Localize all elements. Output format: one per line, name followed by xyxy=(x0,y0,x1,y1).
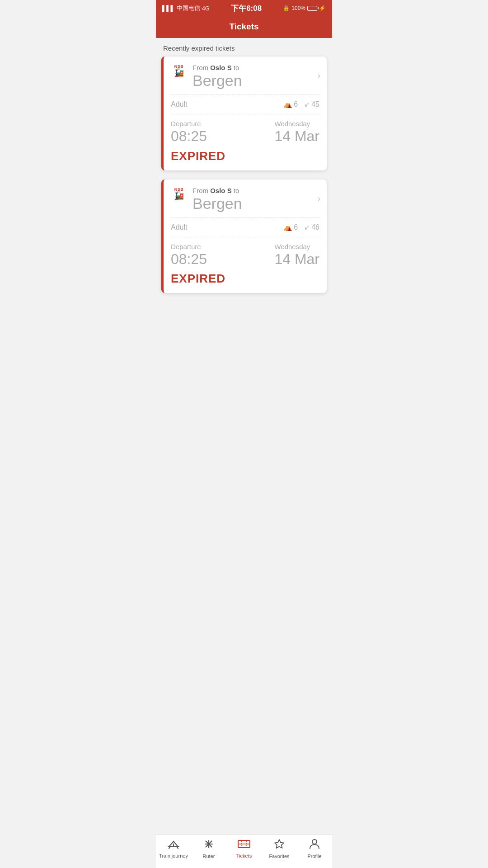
tickets-label: Tickets xyxy=(236,853,252,859)
date-col-2: Wednesday 14 Mar xyxy=(274,243,319,267)
favorites-label: Favorites xyxy=(269,854,289,859)
ticket-bottom-2: Departure 08:25 Wednesday 14 Mar EXPIRED xyxy=(164,237,327,293)
status-left: ▌▌▌ 中国电信 4G xyxy=(162,4,210,12)
departure-label-2: Departure xyxy=(171,243,207,250)
tickets-icon xyxy=(238,839,250,852)
dep-date-1: 14 Mar xyxy=(274,128,319,144)
chevron-right-icon-2: › xyxy=(318,193,320,203)
departure-col-2: Departure 08:25 xyxy=(171,243,207,267)
status-right: 🔒 100% ⚡ xyxy=(283,5,326,11)
seat-num-2a: 6 xyxy=(294,223,298,231)
departure-row-2: Departure 08:25 Wednesday 14 Mar xyxy=(171,243,319,267)
ticket-mid-2: Adult ⛺ 6 ↙ 46 xyxy=(164,218,327,237)
charging-icon: ⚡ xyxy=(319,5,326,11)
ticket-top-2: NSB 🚂 From Oslo S to Bergen › xyxy=(164,179,327,217)
svg-point-12 xyxy=(312,840,317,844)
battery-percent: 100% xyxy=(291,5,305,11)
ticket-top-1: NSB 🚂 From Oslo S to Bergen › xyxy=(164,57,327,94)
nsb-logo-1: NSB 🚂 xyxy=(171,65,187,77)
ticket-mid-1: Adult ⛺ 6 ↙ 45 xyxy=(164,95,327,114)
bottom-nav: Train journey Ruter Tickets xyxy=(156,835,332,868)
seat-item-1b: ↙ 45 xyxy=(304,100,319,108)
seat-icon-2b: ↙ xyxy=(304,223,310,231)
ruter-label: Ruter xyxy=(203,854,215,859)
seat-info-1: ⛺ 6 ↙ 45 xyxy=(284,100,319,108)
departure-time-2: 08:25 xyxy=(171,251,207,267)
nav-item-train-journey[interactable]: Train journey xyxy=(156,839,191,859)
day-label-1: Wednesday xyxy=(274,120,319,127)
nav-item-profile[interactable]: Profile xyxy=(297,839,332,859)
from-station-2: Oslo S xyxy=(210,187,232,194)
nav-item-ruter[interactable]: Ruter xyxy=(191,839,226,859)
favorites-icon xyxy=(274,839,285,852)
ticket-route-2: From Oslo S to Bergen xyxy=(192,187,319,212)
ticket-card-1[interactable]: NSB 🚂 From Oslo S to Bergen › Adult ⛺ 6 xyxy=(161,57,327,170)
seat-num-1b: 45 xyxy=(311,100,319,108)
expired-badge-1: EXPIRED xyxy=(171,149,319,163)
departure-label-1: Departure xyxy=(171,120,207,127)
destination-1: Bergen xyxy=(192,72,319,89)
departure-col-1: Departure 08:25 xyxy=(171,120,207,144)
nsb-train-icon-2: 🚂 xyxy=(174,192,184,200)
ticket-route-1: From Oslo S to Bergen xyxy=(192,64,319,89)
expired-badge-2: EXPIRED xyxy=(171,272,319,286)
passenger-type-2: Adult xyxy=(171,223,187,231)
seat-item-2a: ⛺ 6 xyxy=(284,223,298,231)
seat-icon-2a: ⛺ xyxy=(284,223,292,231)
from-station-1: Oslo S xyxy=(210,64,232,71)
section-label: Recently expired tickets xyxy=(156,38,332,57)
departure-time-1: 08:25 xyxy=(171,128,207,144)
seat-icon-1b: ↙ xyxy=(304,100,310,108)
train-journey-label: Train journey xyxy=(159,853,188,859)
day-label-2: Wednesday xyxy=(274,243,319,250)
nsb-logo-2: NSB 🚂 xyxy=(171,188,187,200)
seat-num-1a: 6 xyxy=(294,100,298,108)
signal-icon: ▌▌▌ xyxy=(162,5,175,12)
seat-item-2b: ↙ 46 xyxy=(304,223,319,231)
dep-date-2: 14 Mar xyxy=(274,251,319,267)
from-label-2: From Oslo S to xyxy=(192,187,319,194)
nav-item-tickets[interactable]: Tickets xyxy=(226,839,262,859)
chevron-right-icon-1: › xyxy=(318,71,320,80)
nsb-train-icon-1: 🚂 xyxy=(174,69,184,77)
battery-icon xyxy=(307,6,317,11)
seat-icon-1a: ⛺ xyxy=(284,100,292,108)
seat-info-2: ⛺ 6 ↙ 46 xyxy=(284,223,319,231)
seat-item-1a: ⛺ 6 xyxy=(284,100,298,108)
ruter-icon xyxy=(203,839,214,852)
ticket-bottom-1: Departure 08:25 Wednesday 14 Mar EXPIRED xyxy=(164,114,327,170)
passenger-type-1: Adult xyxy=(171,100,187,108)
date-col-1: Wednesday 14 Mar xyxy=(274,120,319,144)
status-time: 下午6:08 xyxy=(231,3,262,14)
profile-icon xyxy=(310,839,319,852)
departure-row-1: Departure 08:25 Wednesday 14 Mar xyxy=(171,120,319,144)
ticket-card-2[interactable]: NSB 🚂 From Oslo S to Bergen › Adult ⛺ 6 xyxy=(161,179,327,293)
from-label-1: From Oslo S to xyxy=(192,64,319,71)
seat-num-2b: 46 xyxy=(311,223,319,231)
nav-item-favorites[interactable]: Favorites xyxy=(262,839,297,859)
tickets-scroll-area: Recently expired tickets NSB 🚂 From Oslo… xyxy=(156,38,332,343)
network-type: 4G xyxy=(202,5,210,12)
train-journey-icon xyxy=(168,839,179,852)
profile-label: Profile xyxy=(307,854,321,859)
lock-icon: 🔒 xyxy=(283,5,290,11)
destination-2: Bergen xyxy=(192,195,319,212)
carrier-label: 中国电信 xyxy=(177,4,200,12)
page-header: Tickets xyxy=(156,16,332,38)
svg-rect-9 xyxy=(242,843,246,845)
status-bar: ▌▌▌ 中国电信 4G 下午6:08 🔒 100% ⚡ xyxy=(156,0,332,16)
page-title: Tickets xyxy=(229,22,258,31)
